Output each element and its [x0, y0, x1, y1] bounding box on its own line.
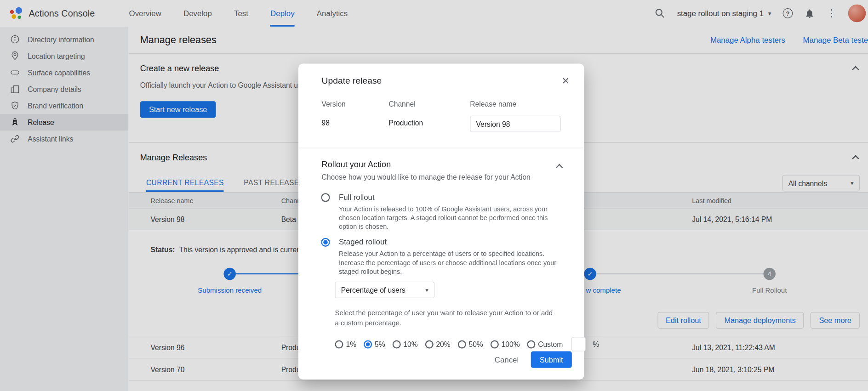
channel-value: Production — [388, 119, 470, 128]
percentage-radio-1[interactable] — [335, 340, 343, 348]
full-rollout-option[interactable]: Full rollout Your Action is released to … — [298, 192, 584, 231]
percentage-option-5[interactable]: 5% — [364, 340, 385, 348]
release-name-input[interactable] — [470, 116, 560, 132]
percentage-option-10[interactable]: 10% — [392, 340, 417, 348]
percentage-radio-custom[interactable] — [527, 340, 535, 348]
percentage-radio-10[interactable] — [392, 340, 400, 348]
percentage-radio-50[interactable] — [457, 340, 466, 348]
channel-label: Channel — [388, 100, 470, 109]
release-name-label: Release name — [470, 100, 560, 109]
submit-button[interactable]: Submit — [531, 351, 572, 368]
update-release-dialog: Update release ✕ Version 98 Channel Prod… — [298, 63, 584, 380]
percentage-option-20[interactable]: 20% — [425, 340, 450, 348]
percentage-radio-100[interactable] — [490, 340, 498, 348]
rollout-section-title: Rollout your Action — [322, 159, 561, 170]
page: Actions Console Overview Develop Test De… — [0, 0, 868, 391]
percentage-option-1[interactable]: 1% — [335, 340, 356, 348]
dialog-title: Update release — [322, 76, 382, 86]
caret-down-icon: ▾ — [425, 287, 428, 293]
staged-rollout-option[interactable]: Staged rollout Release your Action to a … — [298, 237, 584, 276]
percentage-option-100[interactable]: 100% — [490, 340, 520, 348]
close-icon[interactable]: ✕ — [562, 76, 570, 85]
staged-rollout-radio[interactable] — [321, 238, 330, 247]
version-label: Version — [322, 100, 389, 109]
percentage-radio-20[interactable] — [425, 340, 433, 348]
percent-suffix: % — [593, 340, 599, 348]
percentage-option-50[interactable]: 50% — [457, 340, 483, 348]
percentage-options: 1% 5% 10% 20% 50% 100% — [335, 337, 584, 351]
cancel-button[interactable]: Cancel — [488, 351, 525, 368]
percentage-radio-5[interactable] — [364, 340, 372, 348]
custom-percentage-input[interactable] — [571, 337, 585, 351]
rollout-type-select[interactable]: Percentage of users ▾ — [335, 282, 434, 298]
rollout-section-subtitle: Choose how you would like to manage the … — [322, 173, 561, 182]
percentage-hint: Select the percentage of user you want t… — [335, 308, 556, 328]
full-rollout-radio[interactable] — [321, 193, 330, 202]
version-value: 98 — [322, 119, 389, 128]
percentage-option-custom[interactable]: Custom — [527, 340, 563, 348]
